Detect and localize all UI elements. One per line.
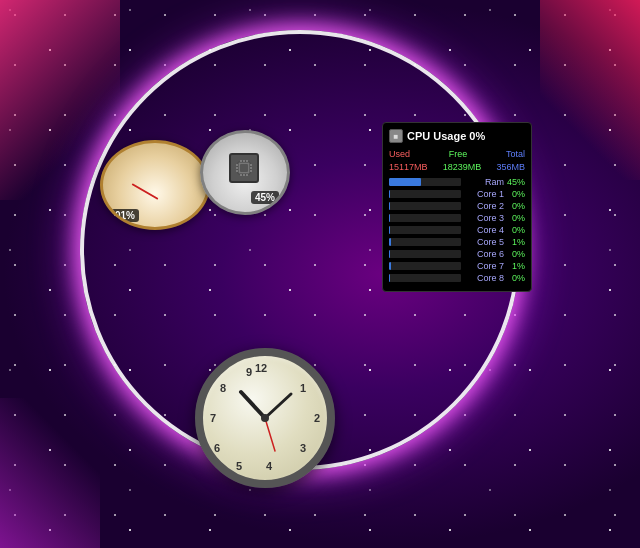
core-1-row: Core 1 0%: [389, 189, 525, 199]
svg-text:4: 4: [266, 460, 273, 472]
core-6-bar-fill: [389, 250, 390, 258]
cpu-panel-icon: ■: [389, 129, 403, 143]
core-2-bar-bg: [389, 202, 461, 210]
svg-text:3: 3: [300, 442, 306, 454]
flare-bottom-left: [0, 398, 100, 548]
core-2-percent: 0%: [507, 201, 525, 211]
total-value: 356MB: [496, 162, 525, 172]
core-1-label: Core 1: [464, 189, 504, 199]
core-6-percent: 0%: [507, 249, 525, 259]
ram-bar-fill: [389, 178, 421, 186]
svg-text:6: 6: [214, 442, 220, 454]
svg-point-27: [261, 414, 269, 422]
core-3-row: Core 3 0%: [389, 213, 525, 223]
core-7-row: Core 7 1%: [389, 261, 525, 271]
cpu-panel-values: 15117MB 18239MB 356MB: [389, 162, 525, 172]
used-value: 15117MB: [389, 162, 428, 172]
core-1-bar-bg: [389, 190, 461, 198]
gauge-inner-percent: 45%: [251, 191, 279, 204]
core-8-label: Core 8: [464, 273, 504, 283]
core-rows-container: Core 1 0% Core 2 0% Core 3 0% Core 4 0%: [389, 189, 525, 283]
core-5-bar-bg: [389, 238, 461, 246]
svg-text:8: 8: [220, 382, 226, 394]
core-2-row: Core 2 0%: [389, 201, 525, 211]
cpu-icon: [229, 153, 259, 183]
cpu-panel-header: Used Free Total: [389, 149, 525, 159]
core-5-row: Core 5 1%: [389, 237, 525, 247]
core-2-label: Core 2: [464, 201, 504, 211]
total-label: Total: [506, 149, 525, 159]
core-3-bar-fill: [389, 214, 390, 222]
core-7-bar-fill: [389, 262, 391, 270]
gauge-needle: [132, 183, 159, 200]
svg-text:12: 12: [255, 362, 267, 374]
core-3-label: Core 3: [464, 213, 504, 223]
clock-widget: 12 1 2 3 4 5 6 7 8 9: [195, 348, 335, 488]
core-5-label: Core 5: [464, 237, 504, 247]
core-4-label: Core 4: [464, 225, 504, 235]
cpu-panel-title-text: CPU Usage 0%: [407, 130, 485, 142]
cpu-panel-widget[interactable]: ■ CPU Usage 0% Used Free Total 15117MB 1…: [382, 122, 532, 292]
core-2-bar-fill: [389, 202, 390, 210]
core-4-bar-fill: [389, 226, 390, 234]
core-8-bar-fill: [389, 274, 390, 282]
core-8-percent: 0%: [507, 273, 525, 283]
core-3-percent: 0%: [507, 213, 525, 223]
svg-text:5: 5: [236, 460, 242, 472]
cpu-panel-title: ■ CPU Usage 0%: [389, 129, 525, 143]
gauge-outer-percent: 01%: [111, 209, 139, 222]
flare-top-right: [540, 0, 640, 180]
gauge-inner: 45%: [200, 130, 290, 215]
core-7-bar-bg: [389, 262, 461, 270]
core-4-row: Core 4 0%: [389, 225, 525, 235]
gauge-outer: 01%: [100, 140, 210, 230]
core-6-bar-bg: [389, 250, 461, 258]
core-1-bar-fill: [389, 190, 390, 198]
core-8-row: Core 8 0%: [389, 273, 525, 283]
core-7-percent: 1%: [507, 261, 525, 271]
used-label: Used: [389, 149, 410, 159]
ram-percent: 45%: [507, 177, 525, 187]
core-5-percent: 1%: [507, 237, 525, 247]
svg-rect-1: [240, 164, 248, 172]
svg-line-25: [265, 394, 291, 418]
cpu-gauge-widget: 01% 45%: [100, 130, 290, 230]
svg-text:1: 1: [300, 382, 306, 394]
clock-svg: 12 1 2 3 4 5 6 7 8 9: [203, 356, 327, 480]
core-4-percent: 0%: [507, 225, 525, 235]
svg-text:9: 9: [246, 366, 252, 378]
ram-label: Ram: [464, 177, 504, 187]
ram-row: Ram 45%: [389, 177, 525, 187]
core-8-bar-bg: [389, 274, 461, 282]
core-4-bar-bg: [389, 226, 461, 234]
core-5-bar-fill: [389, 238, 391, 246]
ram-bar-bg: [389, 178, 461, 186]
svg-line-26: [265, 418, 275, 451]
core-6-label: Core 6: [464, 249, 504, 259]
free-label: Free: [449, 149, 468, 159]
svg-line-24: [241, 392, 265, 418]
clock-face: 12 1 2 3 4 5 6 7 8 9: [195, 348, 335, 488]
svg-text:2: 2: [314, 412, 320, 424]
core-7-label: Core 7: [464, 261, 504, 271]
free-value: 18239MB: [443, 162, 482, 172]
core-3-bar-bg: [389, 214, 461, 222]
svg-text:7: 7: [210, 412, 216, 424]
core-6-row: Core 6 0%: [389, 249, 525, 259]
core-1-percent: 0%: [507, 189, 525, 199]
